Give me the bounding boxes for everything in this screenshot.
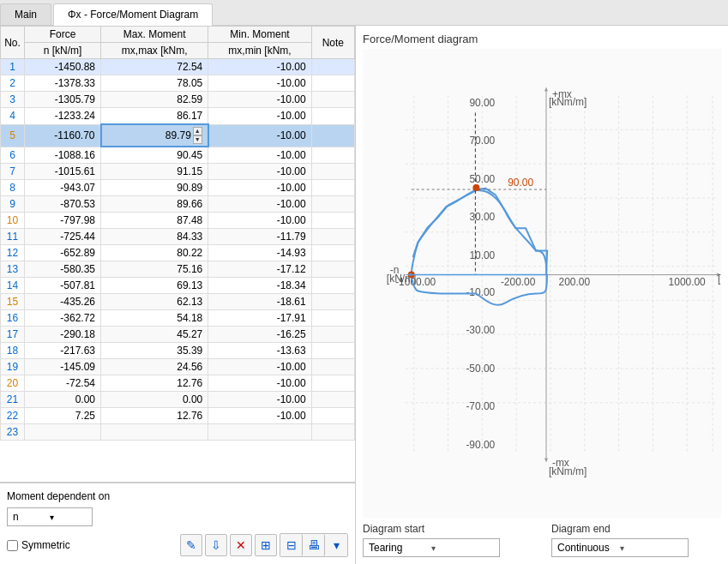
editable-max-moment[interactable]: 89.79▲▼ — [107, 127, 202, 144]
table-row[interactable]: 4-1233.2486.17-10.00 — [1, 108, 355, 125]
cell-force: -1305.79 — [25, 92, 101, 108]
cell-min-moment: -13.63 — [208, 343, 311, 359]
cell-force: -290.18 — [25, 327, 101, 343]
table-row[interactable]: 9-870.5389.66-10.00 — [1, 196, 355, 213]
cell-force: -145.09 — [25, 359, 101, 375]
symmetric-label: Symmetric — [21, 539, 70, 551]
table-row[interactable]: 23 — [1, 424, 355, 441]
cell-max-moment: 12.76 — [101, 408, 208, 424]
grid-button[interactable]: ⊞ — [255, 534, 277, 556]
cell-min-moment: -10.00 — [208, 108, 311, 125]
table-row[interactable]: 210.000.00-10.00 — [1, 392, 355, 408]
diagram-start-section: Diagram start Tearing ▾ — [363, 523, 500, 557]
table-row[interactable]: 16-362.7254.18-17.91 — [1, 310, 355, 327]
cell-no: 1 — [1, 59, 25, 75]
cell-no: 20 — [1, 375, 25, 392]
cell-min-moment: -10.00 — [208, 196, 311, 213]
diagram-end-value: Continuous — [557, 542, 620, 554]
cell-min-moment: -10.00 — [208, 124, 311, 147]
cell-force: -1233.24 — [25, 108, 101, 125]
sort-button[interactable]: ⇩ — [205, 534, 227, 556]
table-row[interactable]: 5-1160.7089.79▲▼-10.00 — [1, 124, 355, 147]
col-min-moment-unit: mx,min [kNm, — [208, 43, 311, 59]
cell-no: 10 — [1, 213, 25, 229]
cell-max-moment: 89.66 — [101, 196, 208, 213]
cell-note — [311, 108, 354, 125]
delete-button[interactable]: ✕ — [230, 534, 252, 556]
cell-min-moment: -14.93 — [208, 245, 311, 261]
table-container: No. Force Max. Moment Min. Moment Note n… — [0, 26, 355, 482]
spin-buttons[interactable]: ▲▼ — [193, 127, 202, 144]
table-row[interactable]: 20-72.5412.76-10.00 — [1, 375, 355, 392]
svg-text:[kNm/m]: [kNm/m] — [549, 465, 587, 477]
symmetric-row: Symmetric ✎ ⇩ ✕ ⊞ ⊟ 🖶 ▾ — [7, 533, 348, 557]
moment-dependent-dropdown[interactable]: n ▾ — [7, 507, 93, 526]
cell-note — [311, 310, 354, 327]
diagram-start-label: Diagram start — [363, 523, 500, 535]
cell-force: -652.89 — [25, 245, 101, 261]
cell-force: -797.98 — [25, 213, 101, 229]
col-min-moment: Min. Moment — [208, 27, 311, 43]
table-row[interactable]: 6-1088.1690.45-10.00 — [1, 147, 355, 164]
table-row[interactable]: 10-797.9887.48-10.00 — [1, 213, 355, 229]
table-row[interactable]: 3-1305.7982.59-10.00 — [1, 92, 355, 108]
svg-text:90.00: 90.00 — [508, 177, 533, 189]
tab-main[interactable]: Main — [0, 3, 51, 25]
cell-max-moment: 62.13 — [101, 294, 208, 310]
table-row[interactable]: 17-290.1845.27-16.25 — [1, 327, 355, 343]
svg-text:50.00: 50.00 — [469, 173, 495, 185]
cell-note — [311, 164, 354, 180]
cell-note — [311, 359, 354, 375]
col-force-unit: n [kN/m] — [25, 43, 101, 59]
tab-force-moment[interactable]: Φx - Force/Moment Diagram — [53, 3, 213, 26]
symmetric-checkbox[interactable] — [7, 540, 18, 551]
cell-max-moment[interactable]: 89.79▲▼ — [101, 124, 208, 147]
cell-force: -1160.70 — [25, 124, 101, 147]
cell-note — [311, 261, 354, 278]
diagram-start-dropdown[interactable]: Tearing ▾ — [363, 538, 500, 557]
svg-text:-200.00: -200.00 — [501, 276, 536, 288]
cell-min-moment: -11.79 — [208, 229, 311, 245]
cell-min-moment: -16.25 — [208, 327, 311, 343]
svg-marker-23 — [544, 459, 548, 463]
diagram-end-dropdown[interactable]: Continuous ▾ — [551, 538, 689, 557]
cell-min-moment: -18.34 — [208, 278, 311, 294]
table-row[interactable]: 7-1015.6191.15-10.00 — [1, 164, 355, 180]
cell-force: -217.63 — [25, 343, 101, 359]
cell-note — [311, 196, 354, 213]
cell-min-moment: -10.00 — [208, 359, 311, 375]
table-row[interactable]: 13-580.3575.16-17.12 — [1, 261, 355, 278]
tab-bar: Main Φx - Force/Moment Diagram — [0, 0, 728, 26]
cell-force: -435.26 — [25, 294, 101, 310]
moment-dropdown-arrow: ▾ — [50, 513, 87, 522]
edit-button[interactable]: ✎ — [180, 534, 202, 556]
bottom-section: Moment dependent on n ▾ Symmetric ✎ ⇩ ✕ … — [0, 482, 355, 564]
print-button[interactable]: 🖶 — [303, 534, 325, 556]
table-row[interactable]: 8-943.0790.89-10.00 — [1, 180, 355, 196]
table-row[interactable]: 14-507.8169.13-18.34 — [1, 278, 355, 294]
cell-max-moment: 54.18 — [101, 310, 208, 327]
copy-button[interactable]: ⊟ — [280, 534, 303, 556]
cell-max-moment: 72.54 — [101, 59, 208, 75]
cell-min-moment: -10.00 — [208, 375, 311, 392]
diagram-title: Force/Moment diagram — [363, 33, 721, 45]
cell-force: -1450.88 — [25, 59, 101, 75]
table-row[interactable]: 15-435.2662.13-18.61 — [1, 294, 355, 310]
table-row[interactable]: 2-1378.3378.05-10.00 — [1, 75, 355, 92]
cell-max-moment: 90.89 — [101, 180, 208, 196]
more-button[interactable]: ▾ — [325, 534, 347, 556]
table-row[interactable]: 11-725.4484.33-11.79 — [1, 229, 355, 245]
symmetric-checkbox-label[interactable]: Symmetric — [7, 539, 70, 551]
main-content: No. Force Max. Moment Min. Moment Note n… — [0, 26, 728, 564]
table-row[interactable]: 19-145.0924.56-10.00 — [1, 359, 355, 375]
svg-text:-30.00: -30.00 — [466, 324, 495, 336]
svg-text:10.00: 10.00 — [469, 249, 495, 261]
cell-no: 2 — [1, 75, 25, 92]
table-row[interactable]: 1-1450.8872.54-10.00 — [1, 59, 355, 75]
table-row[interactable]: 227.2512.76-10.00 — [1, 408, 355, 424]
cell-no: 12 — [1, 245, 25, 261]
table-row[interactable]: 18-217.6335.39-13.63 — [1, 343, 355, 359]
table-row[interactable]: 12-652.8980.22-14.93 — [1, 245, 355, 261]
cell-min-moment: -17.91 — [208, 310, 311, 327]
cell-force: -725.44 — [25, 229, 101, 245]
